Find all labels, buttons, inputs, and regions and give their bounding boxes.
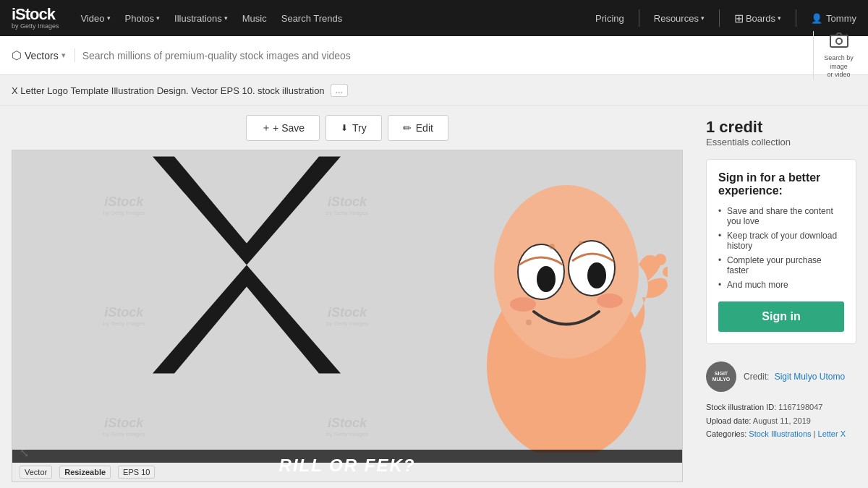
credit-info-text: Credit: Sigit Mulyo Utomo: [744, 372, 845, 382]
nav-boards[interactable]: ⊞ Boards ▾: [734, 12, 781, 25]
more-options-button[interactable]: ...: [331, 84, 348, 97]
vectors-icon: ⬡: [12, 48, 22, 62]
boards-icon: ⊞: [734, 12, 744, 25]
search-input-wrap[interactable]: [82, 50, 806, 61]
svg-point-14: [655, 254, 666, 265]
resize-icon: ⤡: [20, 446, 29, 460]
top-navigation: iStock by Getty Images Video ▾ Photos ▾ …: [0, 0, 868, 36]
benefit-item: Save and share the content you love: [718, 206, 844, 226]
avatar: SIGIT MULYO: [706, 361, 736, 392]
search-bar: ⬡ Vectors ▾ + Search by imageor video: [0, 36, 868, 75]
save-button[interactable]: ＋ + Save: [246, 115, 320, 141]
nav-resources[interactable]: Resources ▾: [654, 13, 705, 24]
try-button[interactable]: ⬇ Try: [326, 115, 382, 141]
svg-text:+: +: [845, 32, 848, 38]
edit-button[interactable]: ✏ Edit: [388, 115, 448, 141]
nav-divider2: [719, 9, 720, 27]
chevron-down-icon: ▾: [701, 14, 705, 22]
main-content: ＋ + Save ⬇ Try ✏ Edit iStockby Getty Ima…: [0, 106, 868, 488]
category-link-letter-x[interactable]: Letter X: [818, 429, 846, 438]
credit-info-row: SIGIT MULYO Credit: Sigit Mulyo Utomo: [706, 361, 856, 392]
svg-point-10: [597, 294, 623, 308]
camera-icon: +: [829, 31, 849, 53]
search-category-label: Vectors: [25, 50, 59, 61]
credit-info-section: SIGIT MULYO Credit: Sigit Mulyo Utomo St…: [706, 356, 856, 441]
nav-illustrations[interactable]: Illustrations ▾: [174, 13, 228, 24]
chevron-down-icon: ▾: [156, 14, 160, 22]
benefit-item: Complete your purchase faster: [718, 255, 844, 275]
svg-point-4: [494, 185, 639, 359]
benefit-item: Keep track of your download history: [718, 231, 844, 251]
download-icon: ⬇: [341, 123, 348, 133]
page-title: X Letter Logo Template Illustration Desi…: [12, 85, 325, 96]
patrick-star-image: [465, 178, 668, 453]
nav-music[interactable]: Music: [242, 13, 267, 24]
svg-point-1: [836, 38, 842, 44]
logo-sub: by Getty Images: [12, 23, 59, 30]
credit-amount: 1 credit: [706, 118, 856, 137]
chevron-down-icon: ▾: [61, 51, 66, 60]
edit-icon: ✏: [403, 122, 412, 134]
image-background: iStockby Getty Images iStockby Getty Ima…: [12, 150, 682, 481]
stock-info: Stock illustration ID: 1167198047 Upload…: [706, 401, 856, 441]
x-logo: [131, 150, 362, 424]
credit-name[interactable]: Sigit Mulyo Utomo: [775, 372, 845, 382]
search-by-image-button[interactable]: + Search by imageor video: [813, 31, 856, 80]
sidebar: 1 credit Essentials collection Sign in f…: [694, 106, 868, 488]
svg-point-9: [510, 297, 536, 312]
svg-point-15: [663, 267, 668, 277]
chevron-down-icon: ▾: [107, 14, 111, 22]
search-input[interactable]: [82, 50, 806, 61]
logo-istock: iStock: [12, 6, 59, 23]
nav-user[interactable]: 👤 Tommy: [811, 13, 856, 24]
nav-search-trends[interactable]: Search Trends: [281, 13, 343, 24]
credit-label: Credit: Sigit Mulyo Utomo: [744, 372, 845, 382]
user-icon: 👤: [811, 13, 822, 24]
save-icon: ＋: [261, 121, 271, 134]
credit-section: 1 credit Essentials collection: [706, 118, 856, 147]
action-buttons: ＋ + Save ⬇ Try ✏ Edit: [12, 115, 683, 141]
sign-in-title: Sign in for a better experience:: [718, 171, 844, 197]
nav-divider3: [796, 9, 796, 27]
page-title-bar: X Letter Logo Template Illustration Desi…: [0, 75, 868, 106]
nav-divider: [639, 9, 639, 27]
nav-photos[interactable]: Photos ▾: [125, 13, 160, 24]
image-container: iStockby Getty Images iStockby Getty Ima…: [12, 150, 683, 482]
credit-collection: Essentials collection: [706, 137, 856, 147]
search-category-selector[interactable]: ⬡ Vectors ▾: [12, 48, 75, 62]
svg-point-11: [549, 244, 555, 249]
sign-in-button[interactable]: Sign in: [718, 301, 844, 332]
chevron-down-icon: ▾: [778, 14, 781, 22]
svg-point-13: [526, 320, 532, 325]
benefit-item: And much more: [718, 280, 844, 290]
chevron-down-icon: ▾: [224, 14, 228, 22]
category-link-stock[interactable]: Stock Illustrations: [749, 429, 811, 438]
resizeable-tag: Resizeable: [59, 466, 111, 479]
image-footer: Vector Resizeable EPS 10: [12, 463, 682, 481]
eps-tag: EPS 10: [118, 466, 155, 479]
sign-in-section: Sign in for a better experience: Save an…: [706, 159, 856, 344]
svg-point-12: [579, 241, 583, 245]
nav-pricing[interactable]: Pricing: [595, 13, 624, 24]
nav-video[interactable]: Video ▾: [81, 13, 111, 24]
vector-tag: Vector: [20, 466, 52, 479]
image-section: ＋ + Save ⬇ Try ✏ Edit iStockby Getty Ima…: [0, 106, 694, 488]
svg-point-8: [587, 262, 606, 288]
svg-point-7: [537, 266, 556, 292]
benefit-list: Save and share the content you love Keep…: [718, 206, 844, 290]
search-by-image-label: Search by imageor video: [821, 54, 856, 80]
logo[interactable]: iStock by Getty Images: [12, 6, 59, 30]
